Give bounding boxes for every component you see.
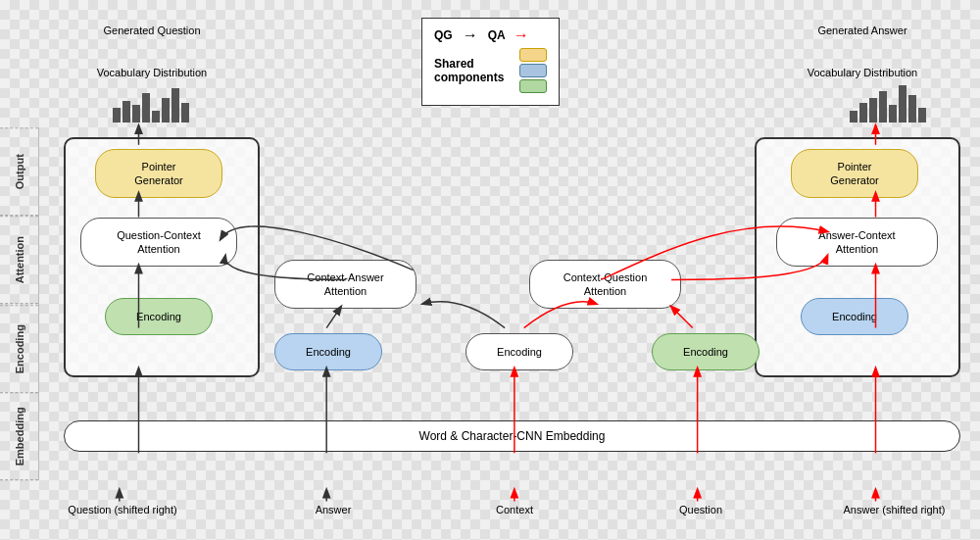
bar-r4 [879, 91, 887, 123]
generated-question-label: Generated Question [74, 25, 230, 36]
input-question-shifted-label: Question (shifted right) [54, 504, 191, 515]
main-content: Output Attention Encoding Embedding QG →… [0, 0, 980, 540]
bar-r7 [908, 95, 916, 123]
bar7 [172, 88, 179, 123]
side-label-attention: Attention [0, 216, 38, 304]
bar8 [181, 103, 189, 123]
side-label-output: Output [0, 127, 38, 216]
vocab-dist-left-label: Vocabulary Distribution [74, 67, 230, 78]
bar-r1 [850, 111, 858, 123]
input-context-label: Context [475, 504, 554, 515]
qa-module-box: Pointer Generator Answer-Context Attenti… [755, 137, 960, 377]
context-answer-attention-box: Context-Answer Attention [274, 260, 416, 309]
qa-attention-box: Answer-Context Attention [776, 218, 938, 267]
generated-answer-label: Generated Answer [764, 25, 960, 36]
bar-r6 [899, 85, 906, 123]
bar3 [132, 105, 140, 123]
mini-chart-left [113, 83, 189, 123]
context-encoding-box: Encoding [466, 333, 573, 370]
qg-attention-box: Question-Context Attention [80, 218, 237, 267]
qg-pointer-generator-box: Pointer Generator [95, 149, 222, 198]
bar-r8 [918, 108, 926, 123]
bar4 [142, 93, 150, 123]
answer-encoding-box: Encoding [274, 333, 382, 370]
bar1 [113, 108, 121, 123]
input-answer-shifted-label: Answer (shifted right) [823, 504, 965, 515]
side-label-encoding: Encoding [0, 305, 38, 393]
bar6 [162, 98, 170, 123]
question-encoding-box: Encoding [652, 333, 760, 370]
qa-encoding-box: Encoding [801, 298, 908, 335]
qg-encoding-box: Encoding [105, 298, 213, 335]
bar5 [152, 111, 160, 123]
mini-chart-right [850, 83, 926, 123]
bar-r3 [869, 98, 877, 123]
side-label-embedding: Embedding [0, 393, 38, 480]
embedding-bar: Word & Character-CNN Embedding [64, 420, 960, 452]
input-answer-label: Answer [294, 504, 372, 515]
input-question-label: Question [662, 504, 740, 515]
context-question-attention-box: Context-Question Attention [529, 260, 681, 309]
svg-line-16 [326, 307, 341, 328]
qa-pointer-generator-box: Pointer Generator [791, 149, 918, 198]
bar2 [122, 101, 130, 123]
svg-line-17 [671, 307, 693, 328]
diagram-container: Generated Question Vocabulary Distributi… [44, 20, 970, 530]
side-labels: Output Attention Encoding Embedding [0, 127, 39, 480]
bar-r5 [889, 105, 897, 123]
vocab-dist-right-label: Vocabulary Distribution [764, 67, 960, 78]
qg-module-box: Pointer Generator Question-Context Atten… [64, 137, 260, 377]
bar-r2 [859, 103, 867, 123]
